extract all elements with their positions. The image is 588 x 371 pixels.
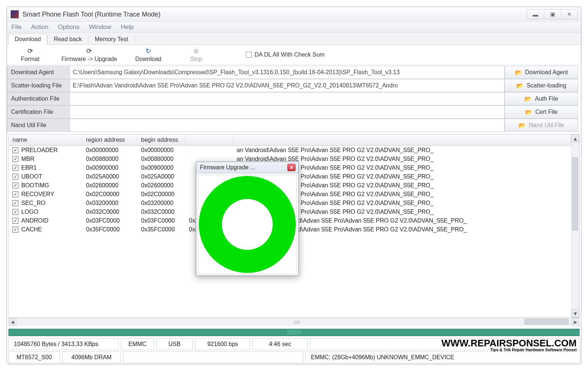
auth-btn-label: Auth File	[535, 96, 558, 102]
menu-file[interactable]: File	[11, 24, 21, 31]
tab-download[interactable]: Download	[8, 34, 47, 45]
partition-name: SEC_RO	[21, 200, 46, 206]
status-time: 4:46 sec	[252, 338, 308, 350]
col-name[interactable]: name	[9, 134, 82, 145]
scroll-track[interactable]	[571, 143, 579, 309]
status-bytes: 10485760 Bytes / 3413,33 KBps	[8, 338, 119, 350]
close-button[interactable]: ✕	[561, 10, 578, 19]
partition-name: RECOVERY	[21, 191, 54, 198]
region-address: 0x35FC0000	[82, 226, 137, 233]
cert-field[interactable]	[69, 105, 505, 119]
scatter-field[interactable]: E:\Flash\Advan Vandroid\Advan S5E Pro\Ad…	[69, 79, 505, 92]
minimize-button[interactable]: ▬	[527, 10, 544, 19]
da-browse-button[interactable]: 📂Download Agent	[505, 66, 578, 79]
region-address: 0x00900000	[82, 165, 137, 171]
cert-browse-button[interactable]: 📂Cert File	[505, 105, 578, 119]
folder-icon: 📂	[525, 109, 533, 116]
stop-label: Stop	[190, 56, 202, 62]
row-checkbox[interactable]: ✓	[12, 209, 18, 215]
toolbar: ⟳ Format ⟳ Firmware -> Upgrade ↻ Downloa…	[7, 45, 581, 65]
table-row[interactable]: ✓PRELOADER0x000000000x00000000an Vandroi…	[9, 146, 571, 155]
nand-browse-button: 📂Nand Util File	[505, 119, 578, 132]
checksum-option[interactable]: DA DL All With Check Sum	[246, 51, 325, 58]
partition-name: UBOOT	[21, 173, 42, 180]
col-end[interactable]	[185, 134, 233, 145]
row-checkbox[interactable]: ✓	[12, 200, 18, 206]
auth-label: Authentication File	[7, 92, 69, 105]
download-icon: ↻	[146, 47, 151, 55]
status-chip: MT6572_S00	[8, 352, 60, 363]
status-storage: EMMC	[121, 338, 154, 350]
horizontal-scrollbar[interactable]: ◄ ɪɪɪ ►	[8, 318, 580, 326]
status-emmc: EMMC: (28Gb+4096Mb) UNKNOWN_EMMC_DEVICE	[305, 352, 580, 363]
scroll-thumb[interactable]	[524, 319, 569, 325]
partition-name: MBR	[21, 156, 35, 162]
scroll-track[interactable]: ɪɪɪ	[17, 318, 571, 326]
download-button[interactable]: ↻ Download	[132, 47, 165, 62]
auth-field[interactable]	[69, 92, 505, 105]
popup-title-text: Firmware Upgrade ...	[200, 164, 255, 171]
row-checkbox[interactable]: ✓	[12, 156, 18, 162]
popup-body	[196, 173, 298, 275]
maximize-button[interactable]: ▣	[544, 10, 561, 19]
menu-window[interactable]: Window	[89, 24, 111, 31]
cert-btn-label: Cert File	[535, 109, 557, 115]
col-region[interactable]: region address	[82, 134, 137, 145]
menu-action[interactable]: Action	[31, 24, 48, 31]
nand-btn-label: Nand Util File	[529, 122, 564, 129]
table-header: name region address begin address	[9, 134, 571, 146]
row-checkbox[interactable]: ✓	[12, 218, 18, 224]
partition-name: PRELOADER	[21, 147, 58, 154]
scroll-left-icon[interactable]: ◄	[8, 318, 17, 326]
col-begin[interactable]: begin address	[137, 134, 185, 145]
begin-address: 0x00900000	[137, 165, 185, 171]
row-checkbox[interactable]: ✓	[12, 174, 18, 180]
row-checkbox[interactable]: ✓	[12, 191, 18, 197]
format-button[interactable]: ⟳ Format	[14, 47, 47, 62]
status-row-2: MT6572_S00 4096Mb DRAM EMMC: (28Gb+4096M…	[7, 351, 581, 364]
progress-text: 100%	[287, 329, 302, 335]
row-checkbox[interactable]: ✓	[12, 165, 18, 171]
region-address: 0x03FC0000	[82, 217, 137, 224]
scroll-right-icon[interactable]: ►	[571, 318, 580, 326]
scroll-up-icon[interactable]: ▲	[571, 134, 579, 143]
partition-name: ANDROID	[21, 217, 49, 224]
da-field[interactable]: C:\Users\Samsung Galaxy\Downloads\Compre…	[69, 66, 505, 79]
folder-icon: 📂	[519, 122, 526, 129]
scroll-thumb[interactable]	[572, 157, 578, 231]
menu-options[interactable]: Options	[58, 24, 80, 31]
auth-browse-button[interactable]: 📂Auth File	[505, 92, 578, 105]
checksum-label: DA DL All With Check Sum	[255, 51, 325, 58]
stop-button[interactable]: ⊘ Stop	[180, 47, 213, 62]
firmware-upgrade-button[interactable]: ⟳ Firmware -> Upgrade	[61, 47, 117, 62]
format-icon: ⟳	[28, 47, 33, 55]
partition-name: LOGO	[21, 209, 38, 215]
region-address: 0x03200000	[82, 200, 137, 206]
scroll-down-icon[interactable]: ▼	[571, 309, 579, 317]
window-title: Smart Phone Flash Tool (Runtime Trace Mo…	[22, 11, 161, 18]
nand-label: Nand Util File	[7, 119, 69, 132]
checksum-checkbox[interactable]	[246, 52, 252, 58]
tab-memorytest[interactable]: Memory Test	[89, 34, 135, 45]
upgrade-icon: ⟳	[86, 47, 92, 55]
region-address: 0x025A0000	[82, 173, 137, 180]
popup-titlebar[interactable]: Firmware Upgrade ... ✕	[196, 162, 298, 173]
progress-bar: 100%	[8, 329, 580, 336]
menu-help[interactable]: Help	[121, 24, 134, 31]
scatter-browse-button[interactable]: 📂Scatter-loading	[505, 79, 578, 92]
vertical-scrollbar[interactable]: ▲ ▼	[571, 134, 579, 317]
status-ram: 4096Mb DRAM	[62, 352, 121, 363]
partition-name: BOOTIMG	[21, 182, 49, 189]
window-controls: ▬ ▣ ✕	[527, 9, 578, 19]
app-icon	[11, 10, 19, 18]
col-location[interactable]	[233, 134, 571, 145]
popup-close-button[interactable]: ✕	[287, 164, 295, 171]
region-address: 0x02C00000	[82, 191, 137, 198]
tab-readback[interactable]: Read back	[47, 34, 88, 45]
row-checkbox[interactable]: ✓	[12, 183, 18, 188]
row-checkbox[interactable]: ✓	[12, 147, 18, 153]
row-checkbox[interactable]: ✓	[12, 227, 18, 233]
nand-field[interactable]	[69, 119, 505, 132]
begin-address: 0x03200000	[137, 200, 185, 206]
upgrade-label: Firmware -> Upgrade	[61, 56, 117, 62]
